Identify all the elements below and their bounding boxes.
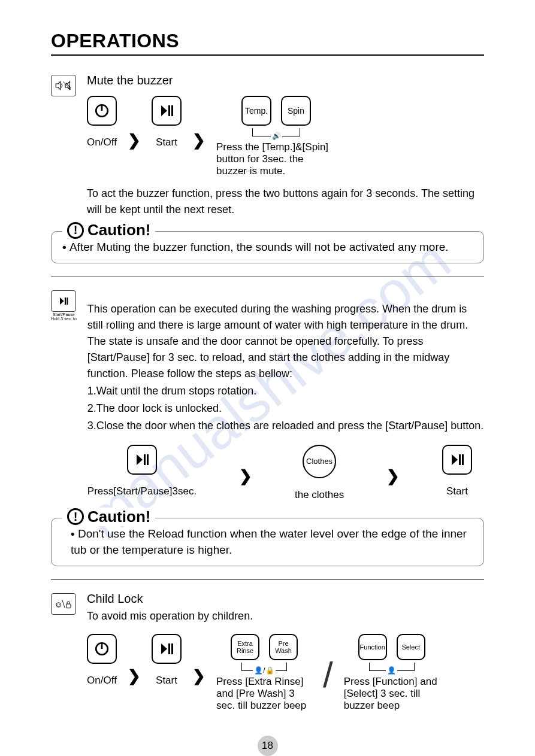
extra-rinse-button: Extra Rinse bbox=[231, 634, 259, 660]
lock-icon: 👤 bbox=[386, 666, 397, 675]
onoff-label: On/Off bbox=[87, 675, 117, 687]
start-button bbox=[152, 96, 182, 126]
warning-icon: ! bbox=[67, 222, 84, 239]
divider bbox=[51, 277, 484, 277]
combo2-desc: Press [Function] and [Select] 3 sec. til… bbox=[344, 676, 440, 712]
caution-title: Caution! bbox=[87, 508, 150, 526]
chevron-icon: ❯ bbox=[380, 467, 406, 485]
temp-button: Temp. bbox=[241, 96, 271, 126]
svg-rect-8 bbox=[144, 454, 146, 465]
mute-caution: !Caution! After Muting the buzzer functi… bbox=[51, 231, 484, 263]
reload-section: Start/PauseHold 3 sec. to This operation… bbox=[51, 289, 484, 501]
onoff-button bbox=[87, 634, 117, 664]
svg-point-14 bbox=[59, 604, 60, 605]
start-label: Start bbox=[156, 675, 177, 687]
svg-rect-9 bbox=[147, 454, 149, 465]
caution-text: Don't use the Reload function when the w… bbox=[62, 526, 473, 558]
clothes-icon: Clothes bbox=[303, 445, 336, 478]
svg-rect-20 bbox=[171, 643, 173, 654]
warning-icon: ! bbox=[67, 508, 84, 525]
start-pause-button bbox=[127, 445, 157, 475]
start-label: Start bbox=[156, 136, 177, 148]
svg-rect-16 bbox=[67, 604, 71, 608]
mute-section: Mute the buzzer On/Off ❯ Start ❯ Temp. S… bbox=[51, 74, 484, 218]
divider bbox=[51, 579, 484, 580]
caution-text: After Muting the buzzer function, the so… bbox=[62, 239, 473, 256]
svg-rect-5 bbox=[171, 105, 173, 116]
page-number: 18 bbox=[258, 736, 278, 756]
page-title: OPERATIONS bbox=[51, 30, 484, 56]
svg-rect-19 bbox=[168, 643, 170, 654]
slash-separator: / bbox=[317, 654, 339, 696]
sound-toggle-icon bbox=[51, 75, 76, 96]
chevron-icon: ❯ bbox=[186, 131, 211, 150]
chevron-icon: ❯ bbox=[122, 131, 147, 150]
onoff-label: On/Off bbox=[87, 136, 117, 148]
svg-rect-10 bbox=[459, 454, 461, 465]
combo1-desc: Press [Extra Rinse] and [Pre Wash] 3 sec… bbox=[216, 676, 312, 712]
svg-point-13 bbox=[58, 604, 58, 605]
caution-title: Caution! bbox=[87, 221, 150, 239]
spin-button: Spin bbox=[281, 96, 311, 126]
svg-rect-6 bbox=[65, 297, 66, 305]
press-label: Press[Start/Pause]3sec. bbox=[87, 485, 197, 497]
childlock-heading: Child Lock bbox=[87, 592, 484, 606]
start-pause-icon bbox=[51, 290, 76, 312]
chevron-icon: ❯ bbox=[233, 467, 258, 485]
start-button bbox=[442, 445, 472, 475]
svg-rect-11 bbox=[462, 454, 464, 465]
lock-toggle-icon: 👤/🔒 bbox=[253, 666, 275, 675]
chevron-icon: ❯ bbox=[122, 667, 147, 685]
function-button: Function bbox=[358, 634, 387, 660]
svg-rect-7 bbox=[67, 297, 68, 305]
svg-line-15 bbox=[62, 600, 65, 608]
reload-step2: 2.The door lock is unlocked. bbox=[87, 400, 484, 417]
sound-icon: 🔊 bbox=[271, 132, 282, 140]
reload-step1: 1.Wait until the drum stops rotation. bbox=[87, 383, 484, 399]
clothes-label: the clothes bbox=[295, 489, 344, 501]
child-lock-icon bbox=[51, 593, 76, 615]
childlock-sub: To avoid mis operation by children. bbox=[87, 608, 484, 624]
pre-wash-button: Pre Wash bbox=[269, 634, 298, 660]
childlock-section: Child Lock To avoid mis operation by chi… bbox=[51, 592, 484, 712]
reload-paragraph: This operation can be executed during th… bbox=[87, 301, 484, 382]
side-sub-label: Start/PauseHold 3 sec. to bbox=[51, 312, 77, 321]
mute-heading: Mute the buzzer bbox=[87, 74, 484, 87]
reload-caution: !Caution! Don't use the Reload function … bbox=[51, 518, 484, 566]
temp-spin-desc: Press the [Temp.]&[Spin] button for 3sec… bbox=[216, 141, 336, 177]
select-button: Select bbox=[397, 634, 425, 660]
onoff-button bbox=[87, 96, 117, 126]
svg-rect-4 bbox=[168, 105, 170, 116]
mute-paragraph: To act the buzzer function, press the tw… bbox=[87, 186, 484, 218]
reload-step3: 3.Close the door when the clothes are re… bbox=[87, 418, 484, 434]
start-button bbox=[152, 634, 182, 664]
chevron-icon: ❯ bbox=[186, 667, 211, 685]
start-label: Start bbox=[446, 485, 468, 497]
